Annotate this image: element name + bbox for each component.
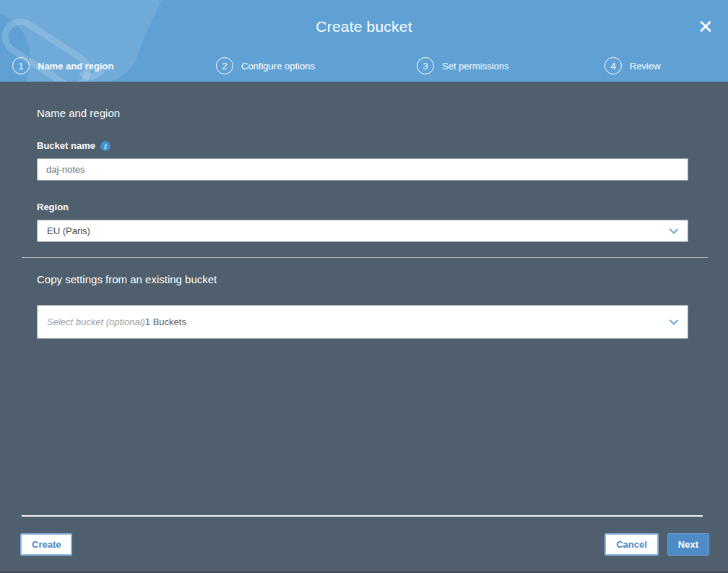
section-title-name-and-region: Name and region <box>37 82 688 119</box>
region-selected-value: EU (Paris) <box>47 225 90 236</box>
copy-settings-title: Copy settings from an existing bucket <box>37 273 688 285</box>
cancel-button[interactable]: Cancel <box>604 533 659 556</box>
info-icon[interactable]: i <box>100 141 110 151</box>
bucket-count-text: 1 Buckets <box>145 316 186 327</box>
step-configure-options[interactable]: 2 Configure options <box>216 56 315 75</box>
step-2-circle: 2 <box>216 57 233 74</box>
region-label: Region <box>37 202 688 212</box>
step-2-label: Configure options <box>241 61 315 72</box>
wizard-steps: 1 Name and region 2 Configure options 3 … <box>0 56 728 75</box>
step-set-permissions[interactable]: 3 Set permissions <box>417 56 508 75</box>
region-label-text: Region <box>37 202 69 212</box>
copy-bucket-select[interactable]: Select bucket (optional)1 Buckets <box>37 305 688 339</box>
next-button[interactable]: Next <box>667 533 709 556</box>
step-3-label: Set permissions <box>442 61 508 72</box>
copy-bucket-select-text: Select bucket (optional)1 Buckets <box>47 316 186 327</box>
copy-bucket-placeholder: Select bucket (optional) <box>47 316 145 327</box>
step-4-label: Review <box>630 61 661 72</box>
step-review[interactable]: 4 Review <box>604 56 661 75</box>
step-1-circle: 1 <box>12 57 30 74</box>
modal-footer: Create Cancel Next <box>20 533 709 556</box>
region-select[interactable]: EU (Paris) <box>37 220 688 242</box>
bucket-name-label: Bucket name i <box>37 140 688 151</box>
footer-divider <box>22 515 703 517</box>
step-name-and-region[interactable]: 1 Name and region <box>12 56 113 75</box>
step-1-label: Name and region <box>38 61 113 72</box>
modal-body: Name and region Bucket name i Region EU … <box>0 82 728 573</box>
step-3-circle: 3 <box>417 57 434 74</box>
create-bucket-modal: Create bucket ✕ 1 Name and region 2 Conf… <box>0 0 728 573</box>
create-button[interactable]: Create <box>20 533 72 556</box>
close-icon[interactable]: ✕ <box>695 16 716 38</box>
footer-right-buttons: Cancel Next <box>604 533 709 556</box>
modal-header: Create bucket ✕ 1 Name and region 2 Conf… <box>0 0 728 82</box>
section-divider <box>22 257 708 258</box>
chevron-down-icon <box>670 319 678 325</box>
chevron-down-icon <box>670 228 678 234</box>
page-title: Create bucket <box>0 18 728 35</box>
bucket-name-label-text: Bucket name <box>37 140 95 151</box>
step-4-circle: 4 <box>604 57 622 74</box>
bucket-name-input[interactable] <box>37 158 688 181</box>
